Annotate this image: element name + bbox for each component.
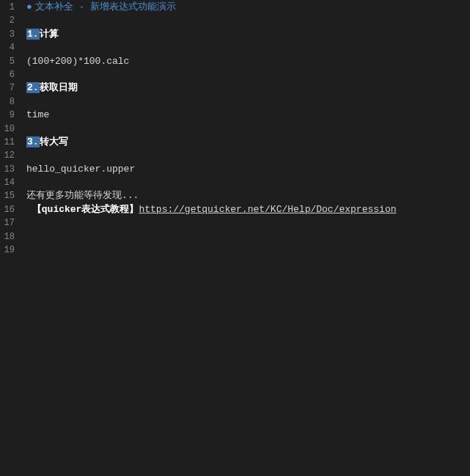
line-number: 18 <box>0 230 21 244</box>
editor-line[interactable] <box>26 95 470 109</box>
editor-line[interactable] <box>26 14 470 27</box>
line-number: 3 <box>0 28 21 41</box>
editor-content[interactable]: ●文本补全 - 新增表达式功能演示 1.计算 (100+200)*100.cal… <box>21 0 470 476</box>
footer-more-text: 还有更多功能等待发现... <box>26 190 139 201</box>
document-title: 文本补全 - 新增表达式功能演示 <box>35 1 176 12</box>
expression-text: time <box>26 109 49 120</box>
line-number: 11 <box>0 136 21 149</box>
editor-line[interactable]: 还有更多功能等待发现... <box>26 189 470 202</box>
section-number: 2. <box>26 82 40 93</box>
editor-line[interactable] <box>26 244 470 257</box>
line-number: 16 <box>0 203 21 216</box>
editor-line[interactable]: 2.获取日期 <box>26 81 470 95</box>
section-label: 计算 <box>40 29 59 40</box>
line-number: 2 <box>0 14 21 27</box>
line-number: 9 <box>0 109 21 122</box>
line-number: 10 <box>0 122 21 136</box>
editor-line[interactable] <box>26 230 470 244</box>
line-number-gutter: 1 2 3 4 5 6 7 8 9 10 11 12 13 14 15 16 1… <box>0 0 21 476</box>
line-number: 19 <box>0 244 21 257</box>
editor-line[interactable]: 【quicker表达式教程】https://getquicker.net/KC/… <box>26 203 470 216</box>
line-number: 5 <box>0 55 21 68</box>
tutorial-url-link[interactable]: https://getquicker.net/KC/Help/Doc/expre… <box>139 204 396 215</box>
editor-line[interactable] <box>26 122 470 136</box>
expression-text: hello_quicker.upper <box>26 164 135 175</box>
editor-line[interactable] <box>26 68 470 81</box>
section-number: 1. <box>26 29 40 40</box>
section-label: 获取日期 <box>40 82 78 93</box>
code-editor: 1 2 3 4 5 6 7 8 9 10 11 12 13 14 15 16 1… <box>0 0 470 476</box>
section-number: 3. <box>26 136 40 147</box>
editor-line[interactable] <box>26 216 470 230</box>
tutorial-label: 【quicker表达式教程】 <box>32 204 139 215</box>
line-number: 12 <box>0 149 21 162</box>
editor-line[interactable]: hello_quicker.upper <box>26 163 470 176</box>
editor-line[interactable]: (100+200)*100.calc <box>26 55 470 68</box>
editor-line[interactable]: 3.转大写 <box>26 136 470 149</box>
editor-line[interactable]: time <box>26 109 470 122</box>
line-number: 13 <box>0 163 21 176</box>
line-number: 1 <box>0 1 21 14</box>
line-number: 4 <box>0 41 21 54</box>
line-number: 6 <box>0 68 21 81</box>
line-number: 7 <box>0 81 21 95</box>
modified-dot-icon: ● <box>26 1 32 12</box>
editor-line[interactable] <box>26 41 470 54</box>
editor-line[interactable] <box>26 176 470 189</box>
line-number: 17 <box>0 216 21 230</box>
expression-text: (100+200)*100.calc <box>26 56 129 67</box>
editor-line[interactable] <box>26 149 470 162</box>
editor-line[interactable]: 1.计算 <box>26 28 470 41</box>
editor-line[interactable]: ●文本补全 - 新增表达式功能演示 <box>26 1 470 14</box>
line-number: 15 <box>0 189 21 202</box>
line-number: 8 <box>0 95 21 109</box>
section-label: 转大写 <box>40 136 68 147</box>
line-number: 14 <box>0 176 21 189</box>
